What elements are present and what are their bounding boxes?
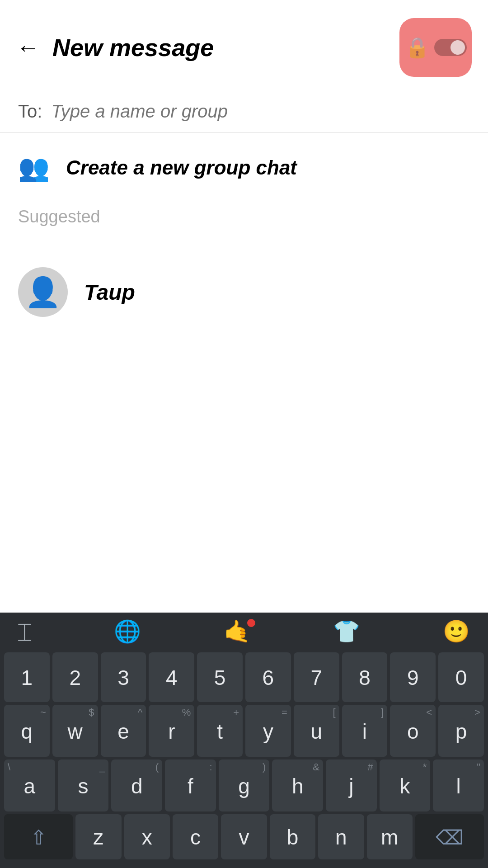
key-6[interactable]: 6 (245, 652, 291, 702)
key-w[interactable]: $w (52, 705, 98, 757)
red-dot-indicator (247, 619, 255, 627)
key-l[interactable]: "l (433, 760, 484, 811)
shift-button[interactable]: ⇧ (4, 814, 73, 859)
key-n[interactable]: n (318, 814, 364, 859)
key-9[interactable]: 9 (390, 652, 436, 702)
key-d[interactable]: (d (111, 760, 162, 811)
key-3[interactable]: 3 (101, 652, 146, 702)
group-icon: 👥 (18, 153, 50, 183)
key-0[interactable]: 0 (438, 652, 484, 702)
letter-row-1: ~q $w ^e %r +t =y [u ]i <o >p (3, 703, 485, 758)
shirt-button[interactable]: 👕 (333, 621, 360, 642)
key-i[interactable]: ]i (342, 705, 388, 757)
key-u[interactable]: [u (294, 705, 339, 757)
recipient-input[interactable] (51, 101, 470, 122)
key-y[interactable]: =y (245, 705, 291, 757)
key-g[interactable]: )g (219, 760, 270, 811)
avatar: 👤 (18, 267, 68, 317)
keyboard-toolbar: ⌶ 🌐 🤙 👕 🙂 (0, 613, 488, 649)
to-field-row: To: (0, 90, 488, 133)
number-row: 1 2 3 4 5 6 7 8 9 0 (3, 651, 485, 703)
create-group-label: Create a new group chat (66, 156, 297, 179)
key-h[interactable]: &h (272, 760, 323, 811)
key-o[interactable]: <o (390, 705, 436, 757)
key-2[interactable]: 2 (52, 652, 98, 702)
key-a[interactable]: \a (4, 760, 55, 811)
key-k[interactable]: *k (380, 760, 431, 811)
key-m[interactable]: m (367, 814, 413, 859)
key-b[interactable]: b (270, 814, 315, 859)
page-title: New message (52, 33, 214, 61)
globe-button[interactable]: 🌐 (114, 621, 141, 642)
key-5[interactable]: 5 (197, 652, 243, 702)
key-r[interactable]: %r (149, 705, 194, 757)
avatar-icon: 👤 (25, 278, 61, 307)
hand-mic-icon: 🤙 (224, 621, 251, 642)
key-t[interactable]: +t (197, 705, 243, 757)
key-v[interactable]: v (221, 814, 267, 859)
suggested-label: Suggested (0, 203, 488, 240)
letter-row-3: ⇧ z x c v b n m ⌫ (3, 813, 485, 861)
header: ← New message 🔒 (0, 0, 488, 90)
key-f[interactable]: :f (165, 760, 216, 811)
contact-section: 👤 Taup (0, 240, 488, 335)
key-4[interactable]: 4 (149, 652, 194, 702)
hand-mic-button[interactable]: 🤙 (224, 621, 251, 642)
delete-button[interactable]: ⌫ (415, 814, 484, 859)
lock-icon: 🔒 (405, 36, 430, 59)
key-1[interactable]: 1 (4, 652, 50, 702)
key-j[interactable]: #j (326, 760, 377, 811)
shift-icon: ⇧ (30, 826, 47, 849)
key-7[interactable]: 7 (294, 652, 339, 702)
shirt-icon: 👕 (333, 619, 360, 643)
lock-toggle-button[interactable]: 🔒 (399, 18, 472, 77)
globe-icon: 🌐 (114, 619, 141, 643)
letter-row-2: \a _s (d :f )g &h #j *k "l (3, 758, 485, 813)
text-cursor-icon: ⌶ (18, 619, 31, 643)
key-e[interactable]: ^e (101, 705, 146, 757)
emoji-icon: 🙂 (443, 619, 470, 643)
create-group-button[interactable]: 👥 Create a new group chat (0, 133, 488, 203)
back-button[interactable]: ← (16, 36, 40, 59)
key-8[interactable]: 8 (342, 652, 388, 702)
key-c[interactable]: c (173, 814, 218, 859)
list-item[interactable]: 👤 Taup (18, 267, 470, 317)
toggle-thumb (450, 40, 465, 55)
keyboard: ⌶ 🌐 🤙 👕 🙂 1 2 3 4 5 6 7 8 9 0 (0, 613, 488, 868)
contact-name: Taup (84, 280, 135, 305)
key-p[interactable]: >p (438, 705, 484, 757)
header-left: ← New message (16, 33, 214, 61)
toggle-track (434, 39, 467, 56)
delete-icon: ⌫ (436, 826, 464, 849)
key-s[interactable]: _s (58, 760, 109, 811)
key-z[interactable]: z (75, 814, 121, 859)
keyboard-keys: 1 2 3 4 5 6 7 8 9 0 ~q $w ^e %r +t =y [u… (0, 649, 488, 863)
to-label: To: (18, 101, 42, 122)
key-x[interactable]: x (124, 814, 170, 859)
key-q[interactable]: ~q (4, 705, 50, 757)
text-cursor-button[interactable]: ⌶ (18, 621, 31, 642)
emoji-button[interactable]: 🙂 (443, 621, 470, 642)
